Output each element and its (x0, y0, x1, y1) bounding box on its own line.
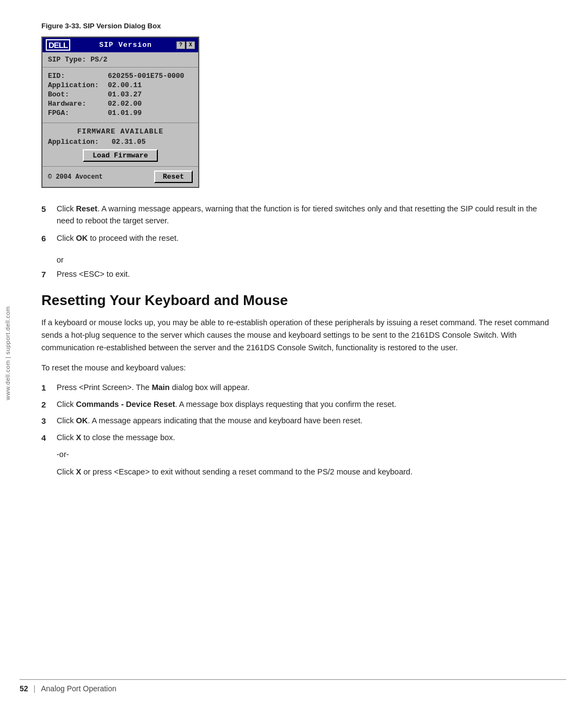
step-5: 5 Click Reset. A warning message appears… (41, 203, 555, 227)
fpga-row: FPGA: 01.01.99 (48, 109, 193, 117)
or-text: or (57, 255, 555, 264)
step-7: 7 Press <ESC> to exit. (41, 269, 555, 281)
dialog-footer-row: © 2004 Avocent Reset (42, 167, 198, 187)
eid-row: EID: 620255-001E75-0000 (48, 72, 193, 80)
reset-step-4-num: 4 (41, 432, 52, 445)
dialog-controls: ? X (176, 41, 195, 49)
eid-value: 620255-001E75-0000 (108, 72, 184, 80)
boot-row: Boot: 01.03.27 (48, 90, 193, 99)
step-7-text: Press <ESC> to exit. (57, 269, 555, 281)
section-heading: Resetting Your Keyboard and Mouse (41, 292, 555, 309)
body-para-1: If a keyboard or mouse locks up, you may… (41, 317, 555, 355)
hardware-label: Hardware: (48, 100, 108, 108)
reset-step-3-num: 3 (41, 415, 52, 428)
dell-logo: DELL (46, 39, 70, 51)
sip-type-row: SIP Type: PS/2 (42, 52, 198, 68)
fpga-label: FPGA: (48, 109, 108, 117)
fpga-value: 01.01.99 (108, 109, 142, 117)
reset-step-1-num: 1 (41, 382, 52, 394)
page-footer: 52 | Analog Port Operation (20, 679, 566, 693)
firmware-app-line: Application: 02.31.05 (48, 138, 193, 146)
body-para-2: To reset the mouse and keyboard values: (41, 362, 555, 374)
firmware-app-label: Application: (48, 138, 99, 146)
steps-before-list: 5 Click Reset. A warning message appears… (41, 203, 555, 245)
step-6-num: 6 (41, 233, 52, 245)
dialog-info-section: EID: 620255-001E75-0000 Application: 02.… (42, 68, 198, 123)
hardware-value: 02.02.00 (108, 100, 142, 108)
eid-label: EID: (48, 72, 108, 80)
application-row: Application: 02.00.11 (48, 81, 193, 89)
load-firmware-button[interactable]: Load Firmware (83, 149, 157, 162)
reset-steps-list: 1 Press <Print Screen>. The Main dialog … (41, 382, 555, 444)
step-7-list: 7 Press <ESC> to exit. (41, 269, 555, 281)
application-value: 02.00.11 (108, 81, 142, 89)
help-button[interactable]: ? (176, 41, 185, 49)
reset-step-4-text: Click X to close the message box. (57, 432, 555, 445)
sip-type-value: PS/2 (90, 56, 107, 64)
footer-separator: | (34, 684, 36, 693)
dialog-box: DELL SIP Version ? X SIP Type: PS/2 EID:… (41, 36, 199, 188)
dialog-titlebar: DELL SIP Version ? X (42, 38, 198, 52)
side-text: www.dell.com | support.dell.com (0, 0, 15, 706)
reset-step-1-text: Press <Print Screen>. The Main dialog bo… (57, 382, 555, 394)
figure-caption: Figure 3-33. SIP Version Dialog Box (41, 22, 555, 30)
step4-continuation-2: Click X or press <Escape> to exit withou… (57, 466, 555, 478)
hardware-row: Hardware: 02.02.00 (48, 100, 193, 108)
firmware-section: FIRMWARE AVAILABLE Application: 02.31.05… (42, 123, 198, 167)
step-5-text: Click Reset. A warning message appears, … (57, 203, 555, 227)
reset-step-2-text: Click Commands - Device Reset. A message… (57, 399, 555, 411)
reset-step-1: 1 Press <Print Screen>. The Main dialog … (41, 382, 555, 394)
dialog-title: SIP Version (75, 41, 176, 49)
firmware-available-label: FIRMWARE AVAILABLE (48, 127, 193, 136)
boot-label: Boot: (48, 90, 108, 99)
close-button[interactable]: X (186, 41, 195, 49)
reset-button[interactable]: Reset (154, 171, 193, 183)
reset-step-2: 2 Click Commands - Device Reset. A messa… (41, 399, 555, 411)
footer-section: Analog Port Operation (41, 684, 117, 693)
step-5-num: 5 (41, 203, 52, 227)
reset-step-3-text: Click OK. A message appears indicating t… (57, 415, 555, 428)
main-content: Figure 3-33. SIP Version Dialog Box DELL… (20, 0, 588, 504)
page-number: 52 (20, 684, 28, 693)
application-label: Application: (48, 81, 108, 89)
reset-step-2-num: 2 (41, 399, 52, 411)
step4-continuation-1: -or- (57, 448, 555, 461)
step-6: 6 Click OK to proceed with the reset. (41, 233, 555, 245)
boot-value: 01.03.27 (108, 90, 142, 99)
copyright-text: © 2004 Avocent (48, 173, 103, 181)
step-6-text: Click OK to proceed with the reset. (57, 233, 555, 245)
sip-type-label: SIP Type: (48, 56, 86, 64)
firmware-app-value: 02.31.05 (112, 138, 145, 146)
reset-step-4: 4 Click X to close the message box. (41, 432, 555, 445)
step-7-num: 7 (41, 269, 52, 281)
reset-step-3: 3 Click OK. A message appears indicating… (41, 415, 555, 428)
